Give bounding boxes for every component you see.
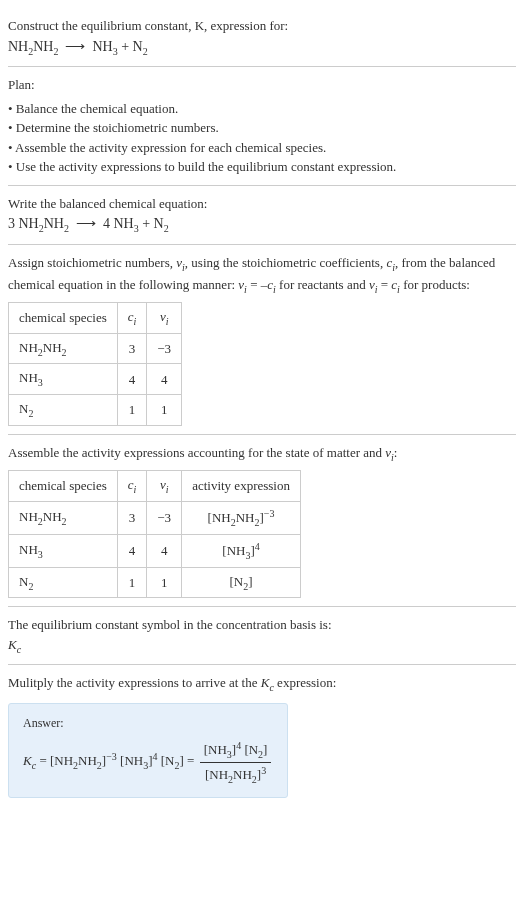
table-header: ci	[117, 471, 147, 502]
table-header-row: chemical species ci νi	[9, 303, 182, 334]
plan-item: Use the activity expressions to build th…	[8, 157, 516, 177]
table-row: NH3 4 4	[9, 364, 182, 395]
species-cell: NH2NH2	[9, 333, 118, 364]
table-row: N2 1 1 [N2]	[9, 567, 301, 598]
activity-cell: [NH3]4	[182, 534, 301, 567]
activity-cell: [N2]	[182, 567, 301, 598]
species-cell: N2	[9, 395, 118, 426]
activity-prompt: Assemble the activity expressions accoun…	[8, 443, 516, 465]
c-cell: 1	[117, 567, 147, 598]
c-cell: 4	[117, 534, 147, 567]
balanced-section: Write the balanced chemical equation: 3 …	[8, 186, 516, 245]
answer-numerator: [NH3]4 [N2]	[200, 738, 272, 763]
table-header: νi	[147, 471, 182, 502]
species-cell: N2	[9, 567, 118, 598]
balanced-prompt: Write the balanced chemical equation:	[8, 194, 516, 214]
plan-item: Determine the stoichiometric numbers.	[8, 118, 516, 138]
answer-box: Answer: Kc = [NH2NH2]−3 [NH3]4 [N2] = [N…	[8, 703, 288, 798]
kc-symbol-prompt: The equilibrium constant symbol in the c…	[8, 615, 516, 635]
table-row: NH3 4 4 [NH3]4	[9, 534, 301, 567]
table-header: νi	[147, 303, 182, 334]
table-header: chemical species	[9, 303, 118, 334]
balanced-equation: 3 NH2NH2 ⟶ 4 NH3 + N2	[8, 213, 516, 236]
multiply-prompt: Mulitply the activity expressions to arr…	[8, 673, 516, 695]
c-cell: 4	[117, 364, 147, 395]
stoich-section: Assign stoichiometric numbers, νi, using…	[8, 245, 516, 435]
v-cell: −3	[147, 501, 182, 534]
c-cell: 1	[117, 395, 147, 426]
kc-symbol-section: The equilibrium constant symbol in the c…	[8, 607, 516, 665]
v-cell: 4	[147, 534, 182, 567]
c-cell: 3	[117, 333, 147, 364]
plan-item: Balance the chemical equation.	[8, 99, 516, 119]
species-cell: NH3	[9, 534, 118, 567]
v-cell: 1	[147, 395, 182, 426]
plan-section: Plan: Balance the chemical equation. Det…	[8, 67, 516, 186]
species-cell: NH3	[9, 364, 118, 395]
plan-title: Plan:	[8, 75, 516, 95]
table-header: chemical species	[9, 471, 118, 502]
plan-item: Assemble the activity expression for eac…	[8, 138, 516, 158]
v-cell: −3	[147, 333, 182, 364]
activity-table: chemical species ci νi activity expressi…	[8, 470, 301, 598]
table-header-row: chemical species ci νi activity expressi…	[9, 471, 301, 502]
species-cell: NH2NH2	[9, 501, 118, 534]
intro-equation: NH2NH2 ⟶ NH3 + N2	[8, 36, 516, 59]
intro-section: Construct the equilibrium constant, K, e…	[8, 8, 516, 67]
v-cell: 1	[147, 567, 182, 598]
answer-fraction: [NH3]4 [N2] [NH2NH2]3	[200, 738, 272, 787]
stoich-prompt: Assign stoichiometric numbers, νi, using…	[8, 253, 516, 296]
answer-lhs: Kc = [NH2NH2]−3 [NH3]4 [N2] =	[23, 753, 194, 768]
table-row: NH2NH2 3 −3 [NH2NH2]−3	[9, 501, 301, 534]
answer-label: Answer:	[23, 714, 273, 732]
table-row: N2 1 1	[9, 395, 182, 426]
activity-section: Assemble the activity expressions accoun…	[8, 435, 516, 608]
activity-cell: [NH2NH2]−3	[182, 501, 301, 534]
c-cell: 3	[117, 501, 147, 534]
stoich-table: chemical species ci νi NH2NH2 3 −3 NH3 4…	[8, 302, 182, 425]
v-cell: 4	[147, 364, 182, 395]
multiply-section: Mulitply the activity expressions to arr…	[8, 665, 516, 805]
table-header: ci	[117, 303, 147, 334]
table-header: activity expression	[182, 471, 301, 502]
answer-denominator: [NH2NH2]3	[200, 763, 272, 787]
answer-expression: Kc = [NH2NH2]−3 [NH3]4 [N2] = [NH3]4 [N2…	[23, 738, 273, 787]
plan-list: Balance the chemical equation. Determine…	[8, 99, 516, 177]
intro-prompt: Construct the equilibrium constant, K, e…	[8, 16, 516, 36]
kc-symbol: Kc	[8, 635, 516, 657]
table-row: NH2NH2 3 −3	[9, 333, 182, 364]
